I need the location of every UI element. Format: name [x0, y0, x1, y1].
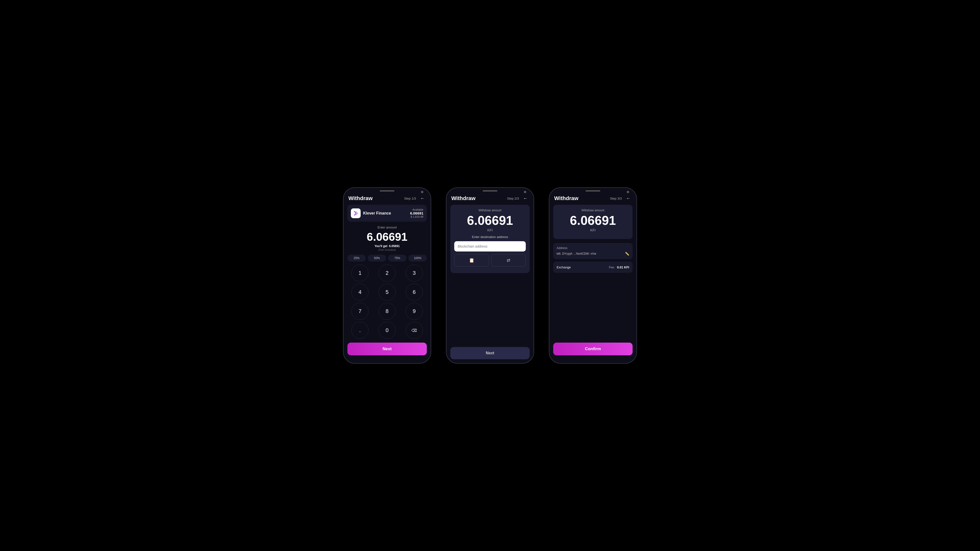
fee-value: 0.01 KFI — [617, 265, 629, 269]
swap-icon: ⇄ — [507, 257, 510, 263]
bottom-area-2: Next — [446, 347, 534, 363]
header-3: Withdraw Step 3/3 ← — [549, 193, 636, 205]
phone-screen-1: Withdraw Step 1/3 ← Klever Finance — [343, 187, 431, 364]
next-button-1[interactable]: Next — [347, 343, 427, 355]
asset-name: Klever Finance — [363, 211, 391, 216]
asset-left: Klever Finance — [351, 208, 391, 218]
step-1: Step 1/3 — [404, 197, 416, 200]
withdraw-info-card-3: Withdraw amount 6.06691 KFI — [553, 205, 633, 239]
withdraw-amount-label-2: Withdraw amount — [454, 209, 526, 212]
action-row: 📋 ⇄ — [454, 254, 526, 267]
back-button-2[interactable]: ← — [522, 195, 529, 202]
withdraw-currency-3: KFI — [557, 228, 629, 232]
step-2: Step 2/3 — [507, 197, 519, 200]
edit-icon[interactable]: ✏️ — [625, 252, 629, 256]
header-2: Withdraw Step 2/3 ← — [446, 193, 534, 205]
clipboard-button[interactable]: 📋 — [454, 254, 489, 267]
back-button-1[interactable]: ← — [419, 195, 426, 202]
asset-right: Available 6.06691 $ 1,819.48 — [410, 208, 423, 218]
withdraw-currency-2: KFI — [454, 228, 526, 232]
address-input-wrap — [454, 241, 526, 251]
numpad: 1 2 3 4 5 6 7 8 9 . 0 ⌫ — [347, 265, 427, 339]
title-3: Withdraw — [554, 195, 578, 202]
confirm-button[interactable]: Confirm — [553, 343, 633, 355]
numpad-8[interactable]: 8 — [379, 303, 396, 320]
fee-row: Fee: 0.01 KFI — [609, 265, 629, 269]
camera-2 — [524, 191, 526, 193]
withdraw-amount-label-3: Withdraw amount — [557, 209, 629, 212]
percent-25[interactable]: 25% — [347, 255, 366, 262]
camera-1 — [421, 191, 423, 193]
numpad-3[interactable]: 3 — [406, 265, 423, 282]
header-1: Withdraw Step 1/3 ← — [344, 193, 431, 205]
numpad-1[interactable]: 1 — [351, 265, 369, 282]
big-amount-1: 6.06691 — [347, 230, 427, 243]
dest-label: Enter destination address — [454, 235, 526, 239]
numpad-dot[interactable]: . — [351, 322, 369, 339]
numpad-5[interactable]: 5 — [379, 284, 396, 301]
content-1: Klever Finance Available 6.06691 $ 1,819… — [344, 205, 431, 343]
enter-amount-label: Enter amount — [347, 225, 427, 229]
phone-screen-2: Withdraw Step 2/3 ← Withdraw amount 6.06… — [446, 187, 534, 364]
numpad-0[interactable]: 0 — [379, 322, 396, 339]
content-2: Withdraw amount 6.06691 KFI Enter destin… — [446, 205, 534, 347]
exchange-label: Exchange — [557, 265, 571, 269]
notch-pill-3 — [585, 190, 600, 192]
fee-included: (Fee Included) — [347, 248, 427, 251]
back-button-3[interactable]: ← — [625, 195, 632, 202]
clipboard-icon: 📋 — [469, 257, 474, 263]
withdraw-big-amount-2: 6.06691 — [454, 213, 526, 228]
percent-100[interactable]: 100% — [409, 255, 427, 262]
next-button-2[interactable]: Next — [450, 347, 530, 359]
withdraw-info-card-2: Withdraw amount 6.06691 KFI Enter destin… — [450, 205, 530, 273]
notch-pill-1 — [380, 190, 395, 192]
youll-get: You'll get 6.05691 — [347, 245, 427, 248]
notch-pill-2 — [483, 190, 497, 192]
phone-screen-3: Withdraw Step 3/3 ← Withdraw amount 6.06… — [549, 187, 637, 364]
available-amount: 6.06691 — [410, 211, 423, 215]
step-3: Step 3/3 — [610, 197, 622, 200]
asset-card-1: Klever Finance Available 6.06691 $ 1,819… — [347, 205, 427, 222]
camera-3 — [627, 191, 629, 193]
available-usd: $ 1,819.48 — [410, 215, 423, 218]
title-2: Withdraw — [451, 195, 476, 202]
numpad-9[interactable]: 9 — [406, 303, 423, 320]
bottom-area-3: Confirm — [549, 343, 636, 363]
numpad-backspace[interactable]: ⌫ — [406, 322, 423, 339]
bottom-area-1: Next — [344, 343, 431, 363]
exchange-detail-card: Exchange Fee: 0.01 KFI — [553, 262, 633, 273]
swap-button[interactable]: ⇄ — [491, 254, 526, 267]
withdraw-big-amount-3: 6.06691 — [557, 213, 629, 228]
exchange-row: Exchange Fee: 0.01 KFI — [557, 265, 629, 269]
asset-logo — [351, 208, 361, 218]
address-detail-card: Address kt6. DYcpyf› ...%o4CDW: ≡Vw ✏️ — [553, 243, 633, 259]
address-text: kt6. DYcpyf› ...%o4CDW: ≡Vw — [557, 252, 625, 256]
phones-container: Withdraw Step 1/3 ← Klever Finance — [343, 187, 637, 364]
numpad-2[interactable]: 2 — [379, 265, 396, 282]
percent-row: 25% 50% 75% 100% — [347, 255, 427, 262]
notch-bar-3 — [549, 188, 636, 193]
available-label: Available — [410, 208, 423, 211]
address-row: kt6. DYcpyf› ...%o4CDW: ≡Vw ✏️ — [557, 252, 629, 256]
numpad-7[interactable]: 7 — [351, 303, 369, 320]
percent-75[interactable]: 75% — [388, 255, 406, 262]
content-3: Withdraw amount 6.06691 KFI Address kt6.… — [549, 205, 636, 343]
notch-bar-1 — [344, 188, 431, 193]
notch-bar-2 — [446, 188, 534, 193]
address-label: Address — [557, 246, 629, 250]
numpad-4[interactable]: 4 — [351, 284, 369, 301]
address-input[interactable] — [458, 245, 522, 248]
youll-get-value: 6.05691 — [389, 245, 399, 248]
fee-label: Fee: — [609, 266, 615, 269]
title-1: Withdraw — [348, 195, 373, 202]
numpad-6[interactable]: 6 — [406, 284, 423, 301]
svg-rect-0 — [352, 210, 359, 217]
percent-50[interactable]: 50% — [368, 255, 386, 262]
youll-get-label: You'll get — [375, 245, 388, 248]
